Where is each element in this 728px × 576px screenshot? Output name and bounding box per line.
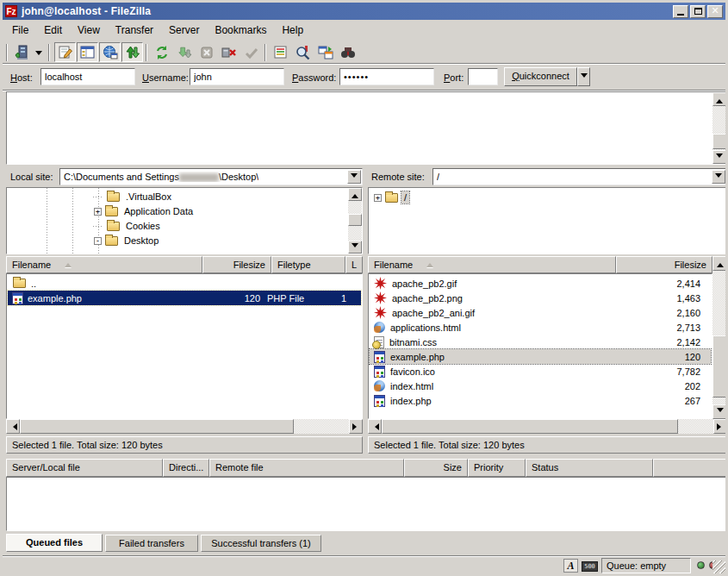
refresh-icon: [154, 45, 170, 60]
column-header-filesize[interactable]: Filesize: [616, 256, 712, 273]
quickconnect-button[interactable]: Quickconnect: [504, 67, 577, 86]
scroll-up-button[interactable]: [348, 188, 362, 201]
collapse-icon[interactable]: -: [94, 237, 102, 245]
file-row[interactable]: apache_pb2_ani.gif 2,160: [370, 305, 711, 320]
scrollbar-thumb[interactable]: [712, 134, 726, 149]
file-row-selected[interactable]: example.php 120 PHP File 1: [8, 291, 361, 305]
scrollbar-thumb[interactable]: [712, 335, 727, 398]
local-site-combo[interactable]: C:\Documents and Settings\Desktop\: [59, 168, 363, 185]
tree-item-desktop[interactable]: - Desktop: [94, 235, 161, 247]
host-input[interactable]: [40, 68, 135, 85]
toggle-remote-tree-button[interactable]: [99, 42, 121, 62]
scroll-right-button[interactable]: [349, 419, 363, 434]
port-input[interactable]: [468, 68, 498, 85]
file-row-parent[interactable]: ..: [8, 276, 361, 291]
scroll-right-button[interactable]: [713, 419, 727, 434]
remote-site-combo[interactable]: /: [432, 168, 727, 185]
tab-queued-files[interactable]: Queued files: [6, 534, 103, 552]
resize-grip[interactable]: [712, 560, 725, 573]
column-header-filename[interactable]: Filename: [368, 256, 616, 273]
column-header-direction[interactable]: Directi...: [163, 459, 209, 477]
scrollbar-thumb[interactable]: [20, 419, 294, 434]
column-header-size[interactable]: Size: [404, 459, 468, 477]
cancel-button[interactable]: [196, 42, 217, 62]
file-row[interactable]: index.php 267: [370, 393, 711, 408]
toggle-local-tree-button[interactable]: [77, 42, 98, 62]
queue-list[interactable]: [6, 477, 727, 531]
scroll-up-button[interactable]: [712, 256, 727, 271]
filter-button[interactable]: [270, 42, 291, 62]
toggle-message-log-button[interactable]: [54, 42, 76, 62]
process-queue-button[interactable]: [173, 42, 195, 62]
css-file-icon: [374, 336, 384, 348]
tab-failed-transfers[interactable]: Failed transfers: [105, 535, 198, 552]
column-header-status[interactable]: Status: [526, 459, 653, 477]
close-button[interactable]: ✕: [707, 5, 723, 18]
password-input[interactable]: [339, 68, 434, 85]
scroll-up-button[interactable]: [712, 92, 726, 106]
remote-site-dropdown-button[interactable]: [712, 170, 725, 184]
log-scrollbar[interactable]: [712, 92, 726, 164]
local-tree-scrollbar[interactable]: [348, 188, 362, 254]
scroll-down-button[interactable]: [712, 150, 726, 164]
column-header-server-local-file[interactable]: Server/Local file: [6, 459, 163, 477]
local-list-hscrollbar[interactable]: [6, 419, 363, 434]
quickconnect-dropdown-button[interactable]: [577, 67, 590, 86]
title-bar[interactable]: Fz john@localhost - FileZilla ✕: [3, 3, 725, 20]
synchronized-browsing-button[interactable]: [314, 42, 336, 62]
column-header-last-modified[interactable]: L: [345, 256, 363, 273]
column-header-priority[interactable]: Priority: [468, 459, 526, 477]
remote-list-hscrollbar[interactable]: [368, 419, 727, 434]
local-site-dropdown-button[interactable]: [347, 170, 361, 184]
expand-icon[interactable]: +: [94, 208, 102, 216]
tree-item-root[interactable]: + /: [374, 191, 409, 203]
message-log: Command:PASV Response:227 Entering Passi…: [6, 91, 727, 165]
username-input[interactable]: [190, 68, 284, 85]
menu-bookmarks[interactable]: Bookmarks: [207, 22, 274, 38]
file-row[interactable]: favicon.ico 7,782: [370, 364, 711, 379]
column-header-filesize[interactable]: Filesize: [202, 256, 271, 273]
column-header-filetype[interactable]: Filetype: [271, 256, 345, 273]
remote-list-scrollbar[interactable]: [712, 256, 727, 419]
tree-item-cookies[interactable]: Cookies: [93, 220, 163, 232]
refresh-button[interactable]: [151, 42, 172, 62]
file-row-selected[interactable]: example.php 120: [370, 349, 711, 364]
file-row[interactable]: index.html 202: [370, 379, 711, 393]
maximize-button[interactable]: [690, 5, 706, 18]
menu-help[interactable]: Help: [274, 22, 311, 38]
menu-server[interactable]: Server: [161, 22, 207, 38]
expand-icon[interactable]: +: [374, 194, 382, 202]
tree-item-application-data[interactable]: + Application Data: [94, 205, 196, 217]
scrollbar-thumb[interactable]: [348, 214, 362, 226]
reconnect-button[interactable]: [240, 42, 262, 62]
menu-file[interactable]: File: [4, 22, 36, 38]
scroll-left-button[interactable]: [368, 419, 382, 434]
site-manager-dropdown-button[interactable]: [33, 42, 44, 62]
arrow-up-icon: [716, 96, 723, 103]
find-files-button[interactable]: [337, 42, 358, 62]
chevron-down-icon: [715, 173, 722, 181]
menu-edit[interactable]: Edit: [36, 22, 70, 38]
file-name: index.html: [390, 381, 606, 391]
menu-transfer[interactable]: Transfer: [108, 22, 161, 38]
scroll-left-button[interactable]: [6, 419, 20, 434]
column-header-remote-file[interactable]: Remote file: [209, 459, 404, 477]
toggle-transfer-queue-button[interactable]: [121, 42, 143, 62]
file-row[interactable]: applications.html 2,713: [370, 320, 711, 335]
file-row[interactable]: bitnami.css 2,142: [370, 335, 711, 349]
file-row[interactable]: apache_pb2.png 1,463: [370, 291, 711, 305]
tab-successful-transfers[interactable]: Successful transfers (1): [201, 535, 321, 552]
column-header-filename[interactable]: Filename: [6, 256, 202, 273]
site-manager-button[interactable]: [10, 42, 32, 62]
directory-comparison-button[interactable]: [292, 42, 314, 62]
remote-site-label: Remote site:: [371, 172, 425, 182]
column-header-filler: [653, 459, 727, 477]
tree-item-virtualbox[interactable]: .VirtualBox: [93, 191, 174, 203]
menu-view[interactable]: View: [70, 22, 108, 38]
disconnect-button[interactable]: [218, 42, 240, 62]
scroll-down-button[interactable]: [712, 404, 727, 419]
scroll-down-button[interactable]: [348, 241, 362, 254]
scrollbar-thumb[interactable]: [382, 419, 678, 434]
file-row[interactable]: apache_pb2.gif 2,414: [370, 276, 711, 291]
minimize-button[interactable]: [673, 5, 688, 18]
